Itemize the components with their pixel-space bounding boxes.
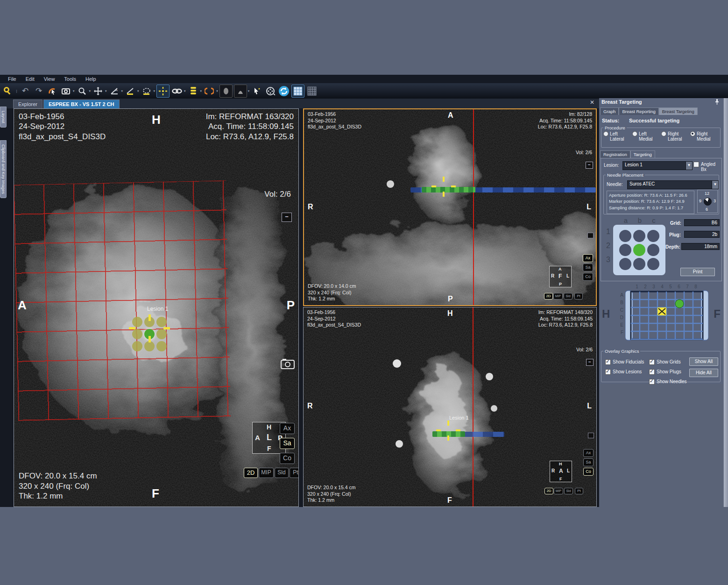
- menu-view[interactable]: View: [40, 76, 59, 82]
- collapse-button[interactable]: −: [586, 359, 594, 366]
- cine-icon[interactable]: [264, 85, 276, 97]
- needle-select[interactable]: Suros ATEC▼: [627, 180, 719, 189]
- tab-targeting[interactable]: Targeting: [630, 150, 655, 158]
- volume-indicator: Vol: 2/6: [576, 150, 592, 156]
- tab-breast-reporting[interactable]: Breast Reporting: [619, 107, 658, 115]
- pan-icon[interactable]: [92, 85, 104, 97]
- orientation-top: H: [152, 113, 161, 127]
- radio-left-lateral[interactable]: Left Lateral: [603, 131, 629, 142]
- radio-right-medial[interactable]: Right Medial: [690, 131, 716, 142]
- plane-button-ax[interactable]: Ax: [583, 449, 594, 457]
- breast-view-thumb2-icon[interactable]: [234, 85, 247, 98]
- image-params: DFOV: 20.0 x 15.4 cm 320 x 240 (Frq: Col…: [307, 485, 355, 504]
- zoom-icon[interactable]: [76, 85, 88, 97]
- plane-button-co[interactable]: Co: [280, 453, 295, 464]
- image-info: Im: REFORMAT 163/320 Acq. Time: 11:58:09…: [206, 112, 294, 142]
- plane-button-sa[interactable]: Sa: [583, 264, 593, 271]
- radio-right-lateral[interactable]: Right Lateral: [661, 131, 687, 142]
- ellipse-measure-icon[interactable]: [141, 85, 153, 97]
- grid-layout-icon[interactable]: [291, 85, 304, 98]
- pin-icon[interactable]: [714, 99, 720, 106]
- select-pointer-icon[interactable]: [46, 85, 58, 97]
- collapse-button[interactable]: −: [282, 213, 292, 222]
- viewport-sagittal[interactable]: Lesion 1 03-Feb-1956 24-Sep-2012 fl3d_ax…: [14, 108, 299, 507]
- checkbox-show-lesions[interactable]: Show Lesions: [605, 369, 642, 375]
- snapshot-button[interactable]: [281, 358, 295, 371]
- plane-button-sa[interactable]: Sa: [583, 458, 594, 466]
- orientation-top: H: [447, 309, 453, 318]
- orientation-bottom: P: [448, 295, 453, 303]
- sidebar-tab-clipboard[interactable]: Clipboard and Key Images: [0, 140, 7, 198]
- plug-field[interactable]: 2b: [684, 231, 720, 238]
- plane-button-co[interactable]: Co: [583, 468, 594, 476]
- mode-button-sld[interactable]: Sld: [275, 468, 289, 478]
- image-params: DFOV: 20.0 x 14.0 cm 320 x 240 (Frq: Col…: [308, 283, 356, 302]
- menu-tools[interactable]: Tools: [60, 76, 80, 82]
- plane-button-ax[interactable]: Ax: [583, 254, 593, 262]
- mini-tool-button[interactable]: [587, 233, 594, 238]
- mode-button-sld[interactable]: Sld: [564, 488, 573, 494]
- plane-button-sa[interactable]: Sa: [280, 438, 295, 449]
- tab-study[interactable]: ESPREE BX - VS 1.5T 2 CH: [43, 100, 120, 108]
- show-all-button[interactable]: Show All: [689, 357, 718, 366]
- crosshair-tool-icon[interactable]: [156, 85, 170, 98]
- plane-button-ax[interactable]: Ax: [280, 423, 295, 434]
- sidebar-tab-layout[interactable]: Layout: [0, 107, 7, 128]
- undo-icon[interactable]: ↶: [19, 85, 31, 97]
- lesion-select[interactable]: Lesion 1▼: [622, 161, 693, 170]
- grid-field[interactable]: B6: [684, 219, 720, 226]
- svg-text:A: A: [115, 88, 118, 92]
- angled-bx-checkbox[interactable]: Angled Bx: [693, 162, 721, 172]
- hide-all-button[interactable]: Hide All: [689, 369, 718, 377]
- sync-icon[interactable]: [278, 85, 290, 97]
- depth-field[interactable]: 18mm: [681, 243, 720, 250]
- checkbox-show-fiducials[interactable]: Show Fiducials: [605, 359, 644, 365]
- line-measure-icon[interactable]: [124, 85, 136, 97]
- tab-breast-targeting[interactable]: Breast Targeting: [659, 107, 698, 115]
- mini-tool-button[interactable]: [588, 433, 594, 438]
- link-icon[interactable]: [171, 85, 183, 97]
- orientation-bottom: F: [152, 486, 159, 501]
- needle-graphic: [462, 432, 504, 437]
- scrollbar[interactable]: [723, 98, 728, 507]
- plug-hole-selector[interactable]: [613, 225, 665, 275]
- checkbox-show-grids[interactable]: Show Grids: [649, 359, 681, 365]
- mode-button-2d[interactable]: 2D: [544, 293, 553, 300]
- mode-button-mip[interactable]: MIP: [553, 293, 563, 300]
- menu-file[interactable]: File: [4, 76, 21, 82]
- spine-tool-icon[interactable]: [187, 85, 199, 97]
- angle-measure-icon[interactable]: A: [108, 85, 120, 97]
- tab-graph[interactable]: Graph: [600, 107, 619, 115]
- viewport-axial[interactable]: 03-Feb-1956 24-Sep-2012 fl3d_ax_post_S4_…: [303, 108, 597, 306]
- menu-help[interactable]: Help: [81, 76, 100, 82]
- mode-button-mip[interactable]: MIP: [554, 488, 563, 494]
- mode-button-pt[interactable]: Pt: [574, 293, 583, 300]
- plug-label: Plug:: [669, 232, 681, 237]
- mode-button-sld[interactable]: Sld: [564, 293, 573, 300]
- mode-button-pt[interactable]: Pt: [575, 488, 583, 494]
- orientation-left: R: [308, 203, 313, 211]
- mode-button-pt[interactable]: Pt: [290, 468, 299, 478]
- mode-button-2d[interactable]: 2D: [544, 488, 553, 494]
- viewport-reformat[interactable]: Lesion 1 03-Feb-1956 24-Sep-2012 fl3d_ax…: [303, 307, 597, 507]
- plug-holes-overlay: [132, 317, 168, 352]
- tab-explorer[interactable]: Explorer: [13, 100, 42, 108]
- close-icon[interactable]: ✕: [590, 99, 594, 106]
- breast-view-thumb-icon[interactable]: [219, 85, 233, 98]
- mode-button-2d[interactable]: 2D: [244, 468, 258, 478]
- capture-icon[interactable]: [60, 85, 72, 97]
- grid-layout-alt-icon[interactable]: [306, 85, 318, 97]
- plane-button-co[interactable]: Co: [583, 273, 593, 281]
- collapse-button[interactable]: −: [586, 162, 593, 169]
- checkbox-show-needles[interactable]: Show Needles: [649, 379, 686, 385]
- key-icon[interactable]: [2, 85, 14, 97]
- probe-pointer-icon[interactable]: [251, 85, 263, 97]
- mode-button-mip[interactable]: MIP: [259, 468, 274, 478]
- menu-edit[interactable]: Edit: [21, 76, 39, 82]
- radio-left-medial[interactable]: Left Medial: [632, 131, 658, 142]
- print-button[interactable]: Print: [680, 268, 715, 276]
- redo-icon[interactable]: ↷: [33, 85, 45, 97]
- breasts-icon[interactable]: [203, 85, 215, 97]
- tab-registration[interactable]: Registration: [600, 150, 630, 158]
- checkbox-show-plugs[interactable]: Show Plugs: [649, 369, 681, 375]
